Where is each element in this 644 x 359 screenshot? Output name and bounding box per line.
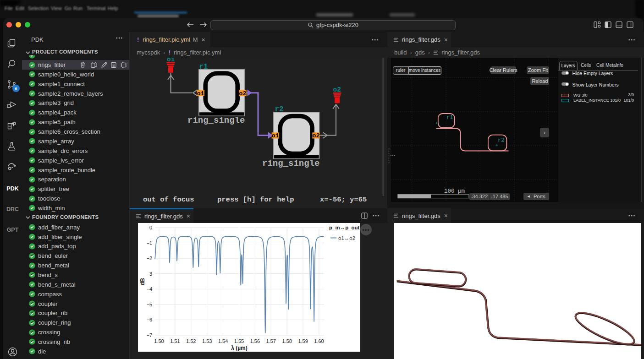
- svg-text:−1: −1: [146, 240, 152, 246]
- svg-text:o2: o2: [312, 132, 319, 139]
- svg-text:o1↔o2: o1↔o2: [338, 235, 355, 241]
- svg-text:o1: o1: [197, 90, 204, 97]
- svg-text:dB: dB: [139, 278, 146, 285]
- svg-text:1.52: 1.52: [186, 338, 196, 344]
- svg-text:1.55: 1.55: [234, 338, 244, 344]
- svg-text:1.59: 1.59: [298, 338, 308, 344]
- svg-text:−4: −4: [146, 286, 152, 292]
- svg-text:1.54: 1.54: [218, 338, 228, 344]
- svg-text:ring_single: ring_single: [262, 158, 319, 169]
- svg-text:100 µm: 100 µm: [444, 188, 465, 195]
- svg-text:−2: −2: [146, 256, 152, 261]
- svg-text:1.57: 1.57: [266, 338, 276, 344]
- svg-text:1.58: 1.58: [282, 338, 292, 344]
- svg-text:o1: o1: [272, 132, 279, 139]
- svg-text:r1: r1: [199, 63, 208, 71]
- svg-text:1.56: 1.56: [250, 338, 260, 344]
- svg-text:out of focus: out of focus: [143, 196, 194, 204]
- svg-text:1.51: 1.51: [170, 338, 180, 344]
- svg-text:−3: −3: [146, 271, 152, 277]
- svg-text:o2: o2: [239, 90, 246, 97]
- svg-text:1.60: 1.60: [314, 338, 324, 344]
- svg-text:−5: −5: [146, 302, 152, 307]
- svg-text:λ (µm): λ (µm): [231, 345, 248, 351]
- svg-text:−6: −6: [146, 317, 152, 322]
- svg-text:r2: r2: [275, 105, 284, 114]
- svg-text:o1: o1: [167, 58, 175, 63]
- svg-text:1.50: 1.50: [154, 338, 164, 344]
- svg-text:1.53: 1.53: [202, 338, 212, 344]
- svg-text:r1: r1: [446, 114, 453, 121]
- svg-text:0: 0: [149, 225, 152, 230]
- svg-text:ring_single: ring_single: [187, 115, 245, 125]
- svg-text:x=-56; y=65: x=-56; y=65: [320, 196, 367, 204]
- svg-text:p_in↔p_out: p_in↔p_out: [329, 225, 360, 230]
- svg-text:press [h] for help: press [h] for help: [217, 196, 294, 204]
- svg-text:o2: o2: [333, 86, 341, 93]
- svg-text:−7: −7: [146, 332, 152, 338]
- svg-text:r2: r2: [498, 137, 504, 144]
